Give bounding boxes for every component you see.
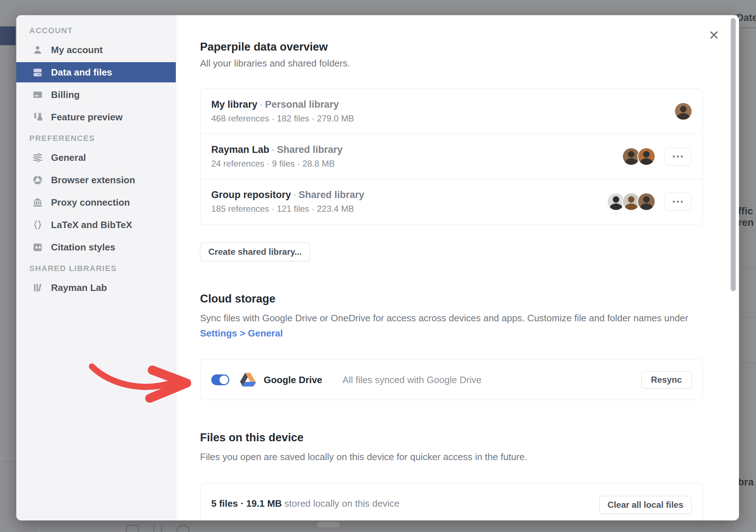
background-paperclip-icon	[153, 525, 162, 532]
page-title: Paperpile data overview	[200, 40, 703, 53]
library-stats: 185 references · 121 files · 223.4 MB	[211, 204, 608, 214]
background-text-fragment: ren	[738, 217, 756, 228]
sidebar-item-my-account[interactable]: My account	[16, 40, 176, 60]
chrome-icon	[31, 174, 44, 186]
avatar	[608, 193, 624, 210]
settings-content: ✕ Paperpile data overview All your libra…	[176, 15, 739, 520]
background-button-fragment	[317, 522, 340, 527]
google-drive-label: Google Drive	[264, 374, 322, 386]
sidebar-section-label: ACCOUNT	[16, 26, 176, 35]
separator-dot: ·	[269, 144, 277, 155]
google-drive-icon	[239, 372, 256, 387]
sidebar-item-label: Rayman Lab	[51, 282, 107, 293]
sidebar-item-general[interactable]: General	[16, 147, 176, 168]
background-dashed-line	[0, 458, 16, 459]
create-shared-library-button[interactable]: Create shared library...	[200, 243, 310, 261]
library-stats: 468 references · 182 files · 279.0 MB	[211, 113, 675, 124]
cloud-storage-description-text: Sync files with Google Drive or OneDrive…	[200, 313, 688, 323]
sidebar-section-label: SHARED LIBRARIES	[16, 264, 176, 273]
background-table-line	[739, 267, 756, 268]
local-files-card: 5 files · 19.1 MB stored locally on this…	[200, 483, 703, 520]
library-info: Rayman Lab·Shared library24 references ·…	[211, 144, 623, 169]
close-icon[interactable]: ✕	[709, 29, 719, 42]
sidebar-item-label: Feature preview	[51, 112, 123, 123]
sidebar-item-latex-and-bibtex[interactable]: LaTeX and BibTeX	[16, 215, 176, 235]
background-circle-icon	[177, 525, 190, 532]
separator-dot: ·	[258, 99, 265, 110]
quote-icon	[31, 241, 44, 253]
sidebar-item-label: LaTeX and BibTeX	[51, 219, 132, 231]
library-type: Shared library	[299, 189, 365, 200]
sidebar-item-rayman-lab[interactable]: Rayman Lab	[16, 278, 176, 298]
ellipsis-dot	[677, 201, 679, 203]
ellipsis-dot	[677, 155, 679, 158]
background-dashed-line	[38, 525, 39, 532]
local-files-description: Files you open are saved locally on this…	[200, 449, 703, 464]
ellipsis-dot	[673, 155, 675, 158]
sidebar-item-label: Browser extension	[51, 175, 135, 186]
user-icon	[31, 44, 44, 56]
library-info: My library·Personal library468 reference…	[211, 99, 675, 124]
avatar	[623, 148, 640, 165]
sidebar-item-billing[interactable]: Billing	[16, 85, 176, 105]
background-note-icon	[126, 525, 139, 532]
member-avatars	[675, 103, 692, 120]
background-toolbar-icons	[126, 525, 190, 532]
library-type: Shared library	[277, 144, 343, 155]
background-date-column-label: Date	[736, 12, 756, 23]
background-table-line	[738, 27, 756, 28]
scrollbar-thumb[interactable]	[731, 18, 736, 291]
sliders-icon	[31, 151, 44, 164]
settings-general-link[interactable]: Settings > General	[200, 328, 283, 339]
library-row: My library·Personal library468 reference…	[200, 89, 702, 134]
library-type: Personal library	[265, 99, 339, 110]
settings-dialog: ACCOUNTMy accountData and filesBillingFe…	[16, 15, 739, 520]
library-menu-button[interactable]	[664, 147, 692, 166]
sidebar-item-label: General	[51, 152, 86, 163]
library-name: My library	[211, 99, 258, 110]
library-row: Rayman Lab·Shared library24 references ·…	[200, 134, 702, 179]
avatar	[675, 103, 692, 120]
sidebar-item-citation-styles[interactable]: Citation styles	[16, 237, 176, 257]
data-icon	[31, 66, 44, 78]
sidebar-item-data-and-files[interactable]: Data and files	[16, 62, 176, 82]
flask-icon	[31, 111, 44, 123]
library-row: Group repository·Shared library185 refer…	[200, 179, 702, 224]
sidebar-item-label: Citation styles	[51, 242, 115, 253]
background-header-fragment	[0, 26, 16, 45]
library-icon	[31, 282, 44, 294]
local-files-stats-rest: stored locally on this device	[282, 498, 399, 509]
avatar	[638, 148, 655, 165]
sidebar-section-label: PREFERENCES	[16, 134, 176, 143]
library-menu-button[interactable]	[664, 193, 692, 211]
sidebar-item-label: Billing	[51, 89, 80, 100]
library-name: Rayman Lab	[211, 144, 269, 155]
bank-icon	[31, 196, 44, 209]
clear-local-files-button[interactable]: Clear all local files	[599, 496, 692, 514]
member-avatars	[608, 193, 655, 210]
local-files-stats-bold: 5 files · 19.1 MB	[211, 498, 282, 509]
sidebar-item-label: Proxy connection	[51, 197, 130, 208]
google-drive-card: Google Drive All files synced with Googl…	[200, 360, 703, 400]
sidebar-item-label: My account	[51, 44, 103, 56]
background-text-fragment: ffic	[738, 205, 756, 217]
cloud-storage-heading: Cloud storage	[200, 292, 703, 305]
member-avatars	[623, 148, 655, 165]
library-info: Group repository·Shared library185 refer…	[211, 189, 608, 214]
google-drive-status: All files synced with Google Drive	[343, 374, 641, 386]
google-drive-toggle[interactable]	[211, 374, 229, 385]
local-files-heading: Files on this device	[200, 431, 703, 444]
sidebar-item-browser-extension[interactable]: Browser extension	[16, 170, 176, 190]
background-table-line	[739, 362, 756, 363]
ellipsis-dot	[681, 155, 683, 158]
library-name: Group repository	[211, 189, 291, 200]
sidebar-item-proxy-connection[interactable]: Proxy connection	[16, 192, 176, 213]
resync-button[interactable]: Resync	[641, 371, 692, 389]
ellipsis-dot	[673, 201, 675, 203]
sidebar-item-feature-preview[interactable]: Feature preview	[16, 107, 176, 127]
separator-dot: ·	[291, 189, 299, 200]
background-text-fragment: bra	[738, 476, 756, 488]
cloud-storage-description: Sync files with Google Drive or OneDrive…	[200, 310, 703, 341]
avatar	[638, 193, 655, 210]
card-icon	[31, 89, 44, 101]
